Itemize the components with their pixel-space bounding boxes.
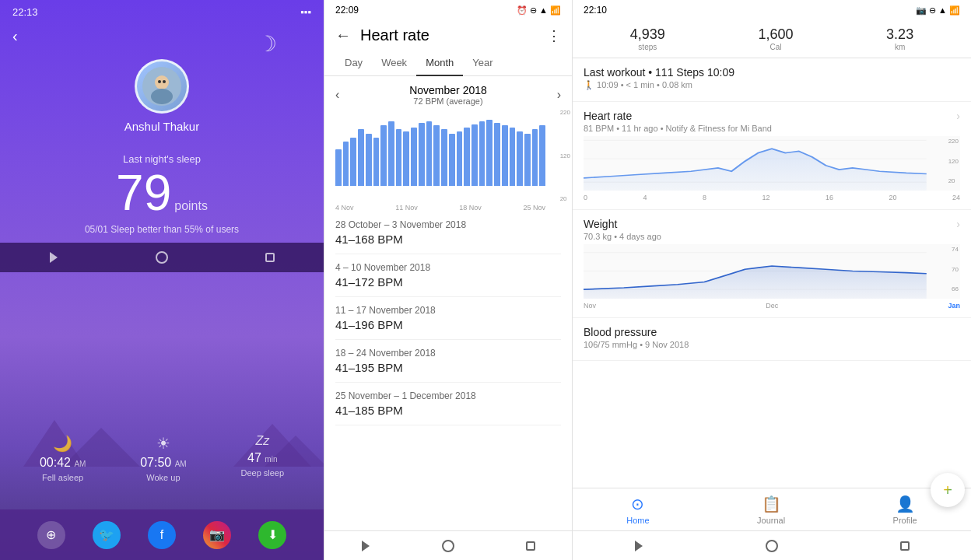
weight-chart-x-labels: Nov Dec Jan xyxy=(584,302,960,310)
heart-rate-chevron: › xyxy=(956,110,960,122)
p1-nav-facebook[interactable]: f xyxy=(148,521,176,549)
sleep-stat-deep-sleep: Zz 47 min Deep sleep xyxy=(240,434,284,482)
sleep-stat-fell-asleep: 🌙 00:42 AM Fell asleep xyxy=(40,434,86,482)
steps-stat: 4,939 steps xyxy=(630,26,665,51)
p1-android-nav xyxy=(0,243,324,272)
woke-up-label: Woke up xyxy=(146,473,180,482)
svg-point-3 xyxy=(158,80,161,83)
bar-9 xyxy=(403,131,409,186)
p2-recents-nav-btn[interactable] xyxy=(524,540,537,552)
hr-x-24: 24 xyxy=(952,194,960,201)
p3-back-nav-btn[interactable] xyxy=(633,540,645,552)
p1-nav-icon-1[interactable]: ⊕ xyxy=(37,521,65,549)
p3-nav-home[interactable]: ⊙ Home xyxy=(626,495,649,525)
p1-nav-instagram[interactable]: 📷 xyxy=(203,521,231,549)
p2-more-button[interactable]: ⋮ xyxy=(547,27,561,44)
p3-android-nav xyxy=(573,530,971,560)
bar-27 xyxy=(539,125,545,186)
sleep-stat-woke-up: ☀ 07:50 AM Woke up xyxy=(140,434,187,482)
sleep-section: Last night's sleep 79 points 05/01 Sleep… xyxy=(0,145,324,243)
p2-back-nav-btn[interactable] xyxy=(359,540,372,552)
p3-recents-nav-btn[interactable] xyxy=(899,540,911,552)
p1-nav-download[interactable]: ⬇ xyxy=(258,521,286,549)
p1-back-button[interactable]: ‹ xyxy=(12,27,18,45)
next-month-button[interactable]: › xyxy=(557,88,561,102)
heart-rate-panel: 22:09 ⏰ ⊖ ▲ 📶 ← Heart rate ⋮ Day Week Mo… xyxy=(324,0,573,560)
last-workout-sub: 🚶 10:09 • < 1 min • 0.08 km xyxy=(584,80,960,90)
bar-5 xyxy=(373,138,380,186)
p3-home-nav-btn[interactable] xyxy=(766,540,778,552)
last-workout-item: Last workout • 111 Steps 10:09 🚶 10:09 •… xyxy=(573,58,971,102)
p3-heart-rate-chart: 220 120 20 xyxy=(584,136,960,191)
x-label-11nov: 11 Nov xyxy=(395,204,418,212)
data-item-value-0: 41–168 BPM xyxy=(335,233,561,246)
bar-25 xyxy=(524,134,531,186)
p3-battery: 📷 ⊖ ▲ 📶 xyxy=(916,5,960,16)
profile-name: Anshul Thakur xyxy=(124,120,199,133)
plus-icon: + xyxy=(943,481,952,499)
sleep-score-unit: points xyxy=(174,200,208,212)
fell-asleep-time: 00:42 xyxy=(40,456,71,469)
x-label-18nov: 18 Nov xyxy=(459,204,482,212)
p1-recents-nav-btn[interactable] xyxy=(264,251,276,264)
y-label-20: 20 xyxy=(560,195,570,202)
p2-status-icons: ⏰ ⊖ ▲ 📶 xyxy=(517,5,561,16)
data-item-period-0: 28 October – 3 November 2018 xyxy=(335,219,561,230)
tab-week[interactable]: Week xyxy=(372,51,416,76)
p1-home-nav-btn[interactable] xyxy=(156,251,168,264)
home-icon: ⊙ xyxy=(631,495,644,513)
cal-label: Cal xyxy=(769,43,781,51)
p2-home-nav-btn[interactable] xyxy=(442,540,454,552)
avatar xyxy=(135,59,189,114)
hr-x-12: 12 xyxy=(762,194,769,201)
p3-status-icons: 📷 ⊖ ▲ 📶 xyxy=(916,5,960,16)
fitness-dashboard-panel: 22:10 📷 ⊖ ▲ 📶 4,939 steps 1,600 Cal 3.23… xyxy=(573,0,971,560)
p3-heart-rate-sub: 81 BPM • 11 hr ago • Notify & Fitness fo… xyxy=(584,124,960,133)
bar-15 xyxy=(449,134,455,186)
y-label-220: 220 xyxy=(560,109,570,116)
p2-back-button[interactable]: ← xyxy=(335,26,351,44)
hr-y-120: 120 xyxy=(948,158,959,165)
bar-7 xyxy=(388,121,394,186)
bar-21 xyxy=(494,123,500,186)
p1-status-bar: 22:13 ▪▪▪ xyxy=(0,0,324,24)
p1-nav-twitter[interactable]: 🐦 xyxy=(93,521,121,549)
p3-nav-profile[interactable]: 👤 Profile xyxy=(893,495,917,525)
avatar-image xyxy=(142,67,181,106)
p3-bottom-nav: ⊙ Home 📋 Journal 👤 Profile xyxy=(573,488,971,530)
hr-y-20: 20 xyxy=(948,177,959,184)
data-item-period-1: 4 – 10 November 2018 xyxy=(335,262,561,273)
fab-button[interactable]: + xyxy=(931,473,965,507)
woke-up-unit: AM xyxy=(175,460,187,468)
data-item-0: 28 October – 3 November 2018 41–168 BPM xyxy=(335,212,561,254)
profile-label: Profile xyxy=(893,516,917,525)
profile-section: Anshul Thakur xyxy=(0,51,324,145)
p1-back-nav-btn[interactable] xyxy=(47,251,60,264)
km-stat: 3.23 km xyxy=(886,26,913,51)
journal-label: Journal xyxy=(757,516,785,525)
data-item-value-1: 41–172 BPM xyxy=(335,275,561,289)
data-item-3: 18 – 24 November 2018 41–195 BPM xyxy=(335,340,561,383)
tab-day[interactable]: Day xyxy=(335,51,372,76)
hr-chart-x-labels: 0 4 8 12 16 20 24 xyxy=(584,194,960,201)
prev-month-button[interactable]: ‹ xyxy=(335,88,339,102)
data-item-1: 4 – 10 November 2018 41–172 BPM xyxy=(335,254,561,297)
p3-content-list: Last workout • 111 Steps 10:09 🚶 10:09 •… xyxy=(573,58,971,488)
heart-rate-chart: 220 120 20 xyxy=(324,109,572,202)
fell-asleep-unit: AM xyxy=(74,460,86,468)
month-nav: ‹ November 2018 72 BPM (average) › xyxy=(324,76,572,109)
p3-heart-rate-item[interactable]: Heart rate › 81 BPM • 11 hr ago • Notify… xyxy=(573,102,971,210)
p3-status-bar: 22:10 📷 ⊖ ▲ 📶 xyxy=(573,0,971,20)
hr-x-4: 4 xyxy=(643,194,647,201)
p3-nav-journal[interactable]: 📋 Journal xyxy=(757,495,785,525)
bar-6 xyxy=(380,125,387,186)
tab-year[interactable]: Year xyxy=(463,51,502,76)
weight-item[interactable]: Weight › 70.3 kg • 4 days ago xyxy=(573,210,971,318)
data-item-4: 25 November – 1 December 2018 41–185 BPM xyxy=(335,383,561,425)
p2-title: Heart rate xyxy=(360,26,547,44)
bar-17 xyxy=(464,128,470,186)
bar-1 xyxy=(343,142,349,186)
bar-2 xyxy=(350,138,356,186)
bar-11 xyxy=(419,123,425,186)
tab-month[interactable]: Month xyxy=(416,51,463,76)
